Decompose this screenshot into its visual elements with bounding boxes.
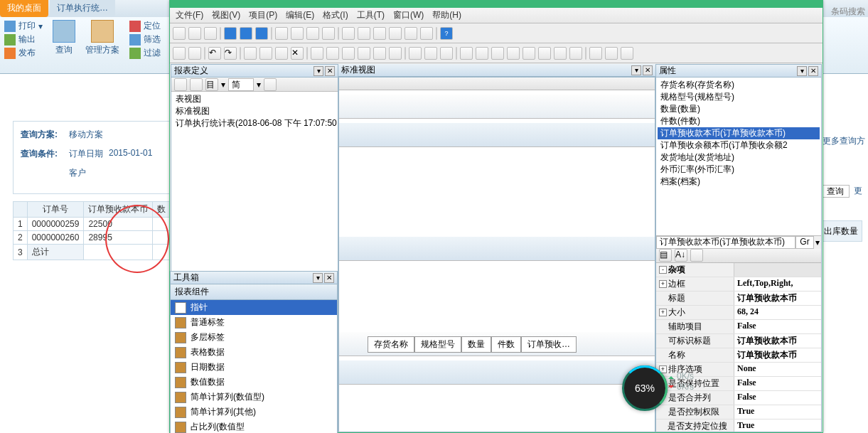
align-icon[interactable] <box>358 47 370 60</box>
tb-icon[interactable] <box>240 27 252 40</box>
query-submit-button[interactable]: 查询 <box>821 185 850 198</box>
filter2-button[interactable]: 过滤 <box>129 47 161 59</box>
align-icon[interactable] <box>311 47 323 60</box>
tb-icon[interactable] <box>389 27 402 40</box>
layout-icon[interactable] <box>523 47 535 60</box>
menu-help[interactable]: 帮助(H) <box>432 9 461 21</box>
delete-icon[interactable]: ✕ <box>291 47 304 60</box>
menu-file[interactable]: 文件(F) <box>176 9 203 21</box>
barcode-search[interactable]: 条码搜索 <box>831 6 865 18</box>
menu-window[interactable]: 窗口(W) <box>393 9 424 21</box>
tree-item[interactable]: 订单执行统计表(2018-06-08 下午 17:07:50 <box>173 117 336 129</box>
toolbox-item[interactable]: 表格数据 <box>171 345 337 360</box>
field-item[interactable]: 发货地址(发货地址) <box>658 151 820 164</box>
menu-format[interactable]: 格式(I) <box>323 9 348 21</box>
more-query-link[interactable]: 更多查询方 <box>823 135 865 147</box>
align-icon[interactable] <box>326 47 339 60</box>
redo-icon[interactable]: ↷ <box>224 47 237 60</box>
close-icon[interactable]: ✕ <box>808 66 818 76</box>
field-item[interactable]: 订单预收余额本币(订单预收余额2 <box>658 139 820 151</box>
close-icon[interactable]: ✕ <box>643 65 653 75</box>
undo-icon[interactable]: ↶ <box>208 47 221 60</box>
col-order-no[interactable]: 订单号 <box>27 202 84 218</box>
tab-order-stats[interactable]: 订单执行统… <box>50 0 115 17</box>
layout-icon[interactable] <box>538 47 551 60</box>
tb-icon[interactable] <box>306 27 319 40</box>
prop-group[interactable]: 杂项 <box>668 264 685 276</box>
tb-icon[interactable] <box>264 78 277 91</box>
layout-icon[interactable] <box>589 47 602 60</box>
tb-icon[interactable] <box>173 27 186 40</box>
tb-icon[interactable] <box>174 78 187 91</box>
tb-icon[interactable]: 目 <box>205 78 218 91</box>
field-list[interactable]: 存货名称(存货名称) 规格型号(规格型号) 数量(数量) 件数(件数) 订单预收… <box>656 77 821 235</box>
tb-icon[interactable] <box>420 27 433 40</box>
field-item[interactable]: 数量(数量) <box>658 103 820 115</box>
toolbox-item[interactable]: 指针 <box>171 300 337 315</box>
publish-button[interactable]: 发布 <box>4 47 43 59</box>
layout-icon[interactable] <box>476 47 488 60</box>
field-item[interactable]: 存货名称(存货名称) <box>658 79 820 91</box>
field-item[interactable]: 件数(件数) <box>658 115 820 127</box>
tb-icon[interactable] <box>373 27 386 40</box>
locate-button[interactable]: 定位 <box>129 20 161 32</box>
pin-icon[interactable]: ▾ <box>797 66 807 76</box>
order-date-value[interactable]: 2015-01-01 <box>109 148 152 160</box>
sort-icon[interactable]: ▤ <box>659 249 672 262</box>
query-button[interactable]: 查询 <box>53 20 75 70</box>
simple-select[interactable]: 简 <box>228 78 254 91</box>
tb-icon[interactable] <box>275 27 288 40</box>
paste-icon[interactable] <box>275 47 288 60</box>
toolbox-item[interactable]: 简单计算列(数值型) <box>171 390 337 405</box>
align-icon[interactable] <box>389 47 402 60</box>
prop-row[interactable]: 可标识标题订单预收款本币 <box>656 334 821 348</box>
toolbox-group[interactable]: 报表组件 <box>171 284 337 300</box>
perf-monitor[interactable]: 63% <box>622 365 668 411</box>
tb-icon[interactable] <box>255 27 268 40</box>
toolbox-item[interactable]: 简单计算列(其他) <box>171 405 337 419</box>
layout-icon[interactable] <box>621 47 633 60</box>
field-item-selected[interactable]: 订单预收款本币(订单预收款本币) <box>658 127 820 139</box>
dropdown-icon[interactable]: ▾ <box>631 65 641 75</box>
tb-icon[interactable] <box>173 47 186 60</box>
tb-icon[interactable] <box>404 27 417 40</box>
table-row[interactable]: 3总计 <box>14 245 171 260</box>
menu-edit[interactable]: 编辑(E) <box>286 9 314 21</box>
prop-row[interactable]: 是否合并列False <box>656 391 821 405</box>
field-item[interactable]: 规格型号(规格型号) <box>658 91 820 103</box>
tb-icon[interactable] <box>224 27 237 40</box>
close-icon[interactable]: ✕ <box>324 273 334 283</box>
toolbox-item[interactable]: 数值数据 <box>171 375 337 390</box>
copy-icon[interactable] <box>259 47 272 60</box>
prop-row[interactable]: 标题订单预收款本币 <box>656 292 821 306</box>
tree-item[interactable]: 标准视图 <box>173 105 336 117</box>
align-icon[interactable] <box>342 47 355 60</box>
tb-icon[interactable] <box>204 27 217 40</box>
field-item[interactable]: 档案(档案) <box>658 176 820 188</box>
design-columns[interactable]: 存货名称 规格型号 数量 件数 订单预收… <box>368 336 577 353</box>
table-row[interactable]: 2000000026028995 <box>14 231 171 245</box>
tb-icon[interactable] <box>291 27 304 40</box>
tb-icon[interactable] <box>358 27 370 40</box>
tb-icon[interactable] <box>322 27 335 40</box>
tb-icon[interactable]: ? <box>440 27 453 40</box>
tree-item[interactable]: 表视图 <box>173 93 336 105</box>
pin-icon[interactable]: ▾ <box>314 66 323 76</box>
col-prepay[interactable]: 订单预收款本币 <box>84 202 153 218</box>
property-grid[interactable]: +边框Left,Top,Right,标题订单预收款本币+大小68, 24辅助项目… <box>656 277 821 432</box>
format-icon[interactable] <box>440 47 453 60</box>
col-qty[interactable]: 数 <box>153 202 171 218</box>
menu-tools[interactable]: 工具(T) <box>357 9 385 21</box>
query-plan-value[interactable]: 移动方案 <box>69 129 103 141</box>
selected-field-input[interactable] <box>656 236 795 249</box>
gr-button[interactable]: Gr <box>795 236 814 249</box>
layout-icon[interactable] <box>460 47 473 60</box>
layout-icon[interactable] <box>507 47 520 60</box>
layout-icon[interactable] <box>491 47 504 60</box>
close-icon[interactable]: ✕ <box>325 66 335 76</box>
tb-icon[interactable] <box>190 78 203 91</box>
field-item[interactable]: 外币汇率(外币汇率) <box>658 164 820 176</box>
cut-icon[interactable] <box>244 47 257 60</box>
toolbox-item[interactable]: 日期数据 <box>171 360 337 375</box>
format-icon[interactable] <box>409 47 422 60</box>
